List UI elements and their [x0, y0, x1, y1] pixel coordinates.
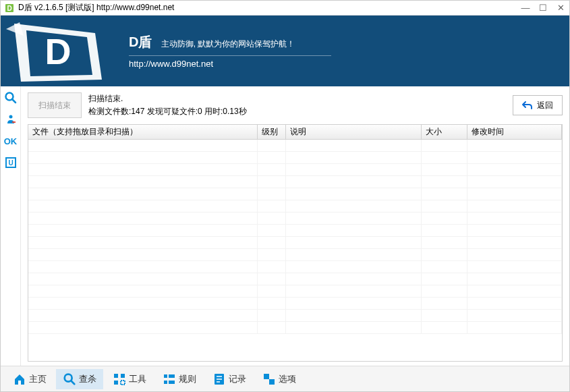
scan-finished-button[interactable]: 扫描结束: [28, 92, 82, 118]
table-row: [28, 273, 562, 285]
table-row: [28, 261, 562, 273]
nav-tools-label: 工具: [129, 373, 146, 385]
svg-line-7: [12, 100, 16, 103]
table-row: [28, 298, 562, 310]
options-icon: [262, 372, 276, 386]
undo-icon: [522, 101, 533, 110]
process-icon[interactable]: [3, 112, 18, 127]
svg-rect-27: [264, 374, 269, 379]
table-row: [28, 164, 562, 176]
nav-logs-label: 记录: [229, 373, 246, 385]
minimize-button[interactable]: —: [521, 3, 530, 13]
banner-subtitle: 主动防御, 默默为你的网站保驾护航！: [161, 39, 295, 49]
app-icon: D: [5, 3, 14, 13]
col-desc-header[interactable]: 说明: [286, 125, 422, 139]
back-button-label: 返回: [537, 100, 553, 111]
table-body[interactable]: [28, 140, 562, 361]
col-file-header[interactable]: 文件（支持拖放目录和扫描）: [28, 125, 258, 139]
col-size-header[interactable]: 大小: [422, 125, 467, 139]
table-row: [28, 322, 562, 334]
table-row: [28, 310, 562, 322]
table-row: [28, 176, 562, 188]
rules-icon: [163, 372, 176, 386]
col-time-header[interactable]: 修改时间: [467, 125, 562, 139]
nav-rules[interactable]: 规则: [156, 369, 203, 389]
nav-scan[interactable]: 查杀: [56, 369, 103, 389]
svg-rect-19: [164, 374, 167, 378]
svg-text:U: U: [8, 159, 13, 167]
back-button[interactable]: 返回: [513, 95, 563, 115]
svg-point-8: [9, 115, 12, 119]
svg-rect-21: [164, 381, 167, 384]
svg-rect-17: [114, 381, 118, 385]
banner: D D盾 主动防御, 默默为你的网站保驾护航！ http://www.d99ne…: [1, 16, 569, 86]
nav-options[interactable]: 选项: [256, 369, 303, 389]
status-line2: 检测文件数:147 发现可疑文件:0 用时:0.13秒: [88, 105, 506, 118]
status-text: 扫描结束. 检测文件数:147 发现可疑文件:0 用时:0.13秒: [88, 92, 506, 118]
nav-options-label: 选项: [279, 373, 296, 385]
action-row: 扫描结束 扫描结束. 检测文件数:147 发现可疑文件:0 用时:0.13秒 返…: [21, 86, 569, 124]
nav-home[interactable]: 主页: [6, 369, 53, 389]
svg-rect-20: [169, 374, 175, 378]
nav-tools[interactable]: 工具: [106, 369, 153, 389]
search-icon[interactable]: [3, 90, 18, 105]
bottom-nav: 主页 查杀 工具 规则 记录 选项: [1, 366, 569, 391]
svg-rect-16: [121, 374, 125, 378]
side-toolbar: OK U: [1, 86, 21, 366]
table-row: [28, 249, 562, 261]
banner-logo: D: [1, 16, 115, 86]
table-row: [28, 213, 562, 225]
nav-logs[interactable]: 记录: [206, 369, 253, 389]
nav-rules-label: 规则: [179, 373, 196, 385]
table-row: [28, 225, 562, 237]
table-row: [28, 285, 562, 298]
ok-icon[interactable]: OK: [3, 134, 18, 148]
home-icon: [13, 372, 26, 386]
window-controls: — ☐ ✕: [521, 3, 565, 13]
close-button[interactable]: ✕: [556, 3, 565, 13]
table-header-row: 文件（支持拖放目录和扫描） 级别 说明 大小 修改时间: [28, 125, 562, 140]
nav-home-label: 主页: [29, 373, 47, 385]
banner-url: http://www.d99net.net: [129, 55, 331, 69]
maximize-button[interactable]: ☐: [538, 3, 548, 13]
svg-rect-15: [114, 374, 118, 378]
svg-text:D: D: [45, 31, 72, 72]
svg-rect-12: [18, 381, 21, 385]
table-row: [28, 200, 562, 213]
unicode-icon[interactable]: U: [3, 155, 18, 170]
nav-scan-label: 查杀: [79, 373, 96, 385]
results-table: 文件（支持拖放目录和扫描） 级别 说明 大小 修改时间: [28, 124, 563, 362]
svg-line-14: [72, 381, 75, 384]
table-row: [28, 140, 562, 152]
status-line1: 扫描结束.: [88, 92, 506, 105]
svg-rect-22: [169, 381, 175, 384]
table-row: [28, 188, 562, 200]
window-title: D盾 v2.1.6.5 [测试版] http://www.d99net.net: [18, 2, 521, 13]
magnifier-icon: [63, 372, 76, 386]
banner-title: D盾: [129, 33, 152, 51]
svg-rect-18: [121, 381, 125, 385]
table-row: [28, 152, 562, 164]
svg-text:D: D: [7, 5, 11, 12]
table-row: [28, 237, 562, 249]
logs-icon: [212, 372, 226, 386]
svg-rect-28: [269, 379, 275, 385]
col-level-header[interactable]: 级别: [258, 125, 286, 139]
tools-icon: [113, 372, 126, 386]
title-bar: D D盾 v2.1.6.5 [测试版] http://www.d99net.ne…: [1, 1, 569, 16]
